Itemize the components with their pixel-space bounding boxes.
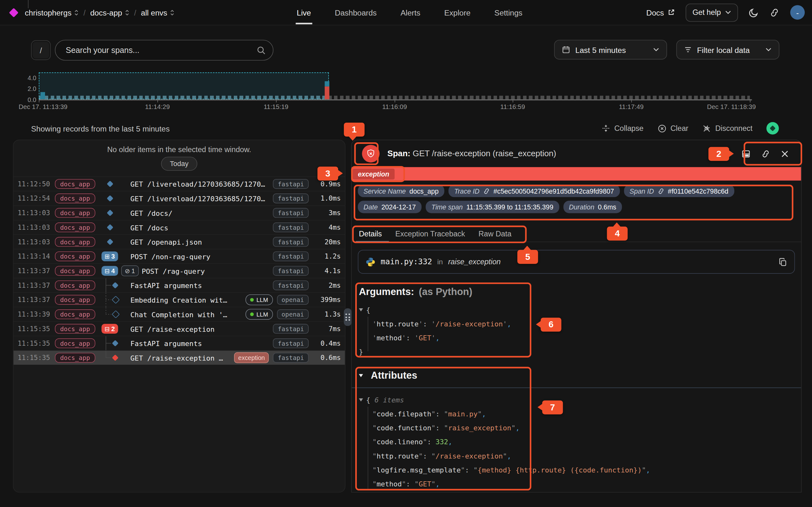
time-range-button[interactable]: Last 5 minutes bbox=[554, 40, 667, 60]
share-link-icon[interactable] bbox=[769, 8, 779, 17]
connection-status-indicator[interactable] bbox=[766, 122, 779, 134]
close-icon[interactable] bbox=[781, 150, 789, 158]
nav-link-settings[interactable]: Settings bbox=[495, 8, 522, 17]
tab-details[interactable]: Details bbox=[359, 230, 382, 238]
docs-link[interactable]: Docs bbox=[647, 8, 675, 17]
row-time: 11:13:14 bbox=[18, 252, 55, 260]
breadcrumb-env[interactable]: all envs bbox=[141, 8, 174, 17]
span-row[interactable]: 11:15:35docs_appFastAPI argumentsfastapi… bbox=[13, 336, 345, 350]
span-row[interactable]: 11:13:37docs_app⊟4⊘1POST /rag-queryfasta… bbox=[13, 263, 345, 278]
meta-chip-trace-id[interactable]: Trace ID #c5ec5005042796e91d5db42ca9fd98… bbox=[449, 185, 620, 197]
meta-chip-time-span: Time span11:15:35.399 to 11:15:35.399 bbox=[426, 201, 559, 213]
service-badge: docs_app bbox=[55, 280, 95, 290]
filter-local-data-button[interactable]: Filter local data bbox=[676, 40, 779, 60]
source-file-line[interactable]: main.py:332 bbox=[380, 257, 432, 266]
search-input[interactable] bbox=[65, 45, 257, 55]
span-kind-diamond-icon bbox=[107, 210, 113, 216]
copy-link-icon[interactable] bbox=[761, 149, 770, 158]
disconnect-button[interactable]: Disconnect bbox=[702, 124, 752, 133]
logfire-logo-icon[interactable] bbox=[9, 8, 18, 17]
x-axis-line bbox=[39, 99, 752, 100]
breadcrumb-project[interactable]: docs-app bbox=[90, 8, 130, 17]
service-badge: docs_app bbox=[55, 208, 95, 218]
span-row[interactable]: 11:12:54docs_appGET /livereload/12703636… bbox=[13, 191, 345, 205]
code-line: "code.function": "raise_exception", bbox=[359, 420, 794, 435]
span-row[interactable]: 11:13:03docs_appGET /docsfastapi4ms bbox=[13, 220, 345, 234]
breadcrumb-env-label: all envs bbox=[141, 8, 167, 17]
service-badge: docs_app bbox=[55, 324, 95, 334]
children-count-badge[interactable]: ⊟2 bbox=[101, 324, 118, 334]
children-count: 2 bbox=[111, 325, 115, 332]
theme-toggle-moon-icon[interactable] bbox=[749, 8, 759, 17]
nav-link-live[interactable]: Live bbox=[297, 8, 311, 17]
panel-resize-handle[interactable] bbox=[344, 308, 351, 326]
row-duration: 399ms bbox=[309, 296, 341, 303]
attributes-divider bbox=[352, 388, 801, 388]
service-badge: docs_app bbox=[55, 309, 95, 319]
clear-button[interactable]: Clear bbox=[658, 124, 688, 133]
framework-tag: fastapi bbox=[273, 237, 309, 247]
row-duration: 0.4ms bbox=[309, 339, 341, 347]
row-icon-zone bbox=[100, 235, 127, 249]
chart-bar-segment bbox=[325, 87, 329, 100]
arguments-code[interactable]: {'http.route': '/raise-exception','metho… bbox=[359, 302, 794, 358]
meta-chip-service-name: Service Namedocs_app bbox=[358, 185, 444, 197]
service-badge: docs_app bbox=[55, 295, 95, 305]
nav-link-alerts[interactable]: Alerts bbox=[401, 8, 420, 17]
user-avatar[interactable]: - bbox=[790, 5, 805, 20]
span-detail-header: Span: GET /raise-exception (raise_except… bbox=[352, 140, 801, 167]
code-line: { bbox=[359, 302, 794, 317]
span-row[interactable]: 11:13:03docs_appGET /openapi.jsonfastapi… bbox=[13, 234, 345, 249]
row-time: 11:13:03 bbox=[18, 223, 55, 231]
span-row[interactable]: 11:13:39docs_appChat Completion with '…L… bbox=[13, 307, 345, 321]
attributes-code[interactable]: { 6 items"code.filepath": "main.py","cod… bbox=[359, 393, 794, 491]
span-row[interactable]: 11:13:37docs_appFastAPI argumentsfastapi… bbox=[13, 278, 345, 292]
llm-badge: LLM bbox=[246, 309, 273, 320]
row-duration: 1.0ms bbox=[309, 194, 341, 202]
get-help-button[interactable]: Get help bbox=[686, 3, 738, 21]
link-icon bbox=[658, 187, 664, 194]
collapse-caret-icon[interactable] bbox=[359, 308, 363, 311]
span-row[interactable]: 11:13:03docs_appGET /docs/fastapi3ms bbox=[13, 205, 345, 220]
tab-exception-traceback[interactable]: Exception Traceback bbox=[395, 230, 465, 238]
span-row[interactable]: 11:12:50docs_appGET /livereload/12703636… bbox=[13, 176, 345, 191]
chart-bar-segment bbox=[40, 92, 45, 99]
external-link-icon bbox=[668, 9, 675, 16]
row-icon-zone bbox=[100, 351, 127, 365]
x-axis-tickmark bbox=[157, 99, 158, 102]
span-row[interactable]: 11:13:14docs_app⊞3POST /non-rag-queryfas… bbox=[13, 249, 345, 263]
collapse-button[interactable]: Collapse bbox=[602, 124, 643, 132]
llm-label: LLM bbox=[257, 311, 268, 318]
search-bar[interactable] bbox=[55, 40, 273, 60]
spans-timeline-chart[interactable]: 4.0 2.0 0.0 Dec 17. 11:13:39 11:14:29 11… bbox=[0, 70, 812, 111]
collapse-caret-icon[interactable] bbox=[359, 398, 363, 401]
children-count-badge[interactable]: ⊟4 bbox=[101, 266, 118, 276]
children-count-badge[interactable]: ⊞3 bbox=[101, 251, 118, 261]
tab-raw-data[interactable]: Raw Data bbox=[478, 230, 511, 238]
span-duration-bar-exception[interactable]: exception bbox=[352, 167, 801, 180]
meta-chip-span-id[interactable]: Span ID #f0110e542c798c6d bbox=[624, 185, 734, 197]
tree-connector-line bbox=[106, 336, 113, 350]
framework-tag: fastapi bbox=[273, 222, 309, 232]
span-row[interactable]: 11:13:37docs_appEmbedding Creation wit…L… bbox=[13, 292, 345, 307]
copy-icon[interactable] bbox=[778, 257, 787, 266]
span-row[interactable]: 11:15:35docs_app⊟2GET /raise-exceptionfa… bbox=[13, 321, 345, 336]
row-duration: 2ms bbox=[309, 281, 341, 289]
slash-shortcut-key: / bbox=[31, 40, 51, 60]
code-line: 'method': 'GET', bbox=[359, 331, 794, 344]
row-time: 11:13:37 bbox=[18, 296, 55, 303]
dock-panel-icon[interactable] bbox=[742, 149, 751, 158]
row-duration: 4ms bbox=[309, 223, 341, 231]
framework-tag: fastapi bbox=[273, 266, 309, 276]
breadcrumb-org[interactable]: christophergs bbox=[25, 8, 79, 17]
span-name: POST /rag-query bbox=[142, 267, 269, 275]
today-button[interactable]: Today bbox=[161, 157, 197, 171]
row-time: 11:15:35 bbox=[18, 354, 55, 361]
span-row[interactable]: 11:15:35docs_appGET /raise-exception …ex… bbox=[13, 350, 345, 365]
nav-link-dashboards[interactable]: Dashboards bbox=[335, 8, 377, 17]
nav-link-explore[interactable]: Explore bbox=[444, 8, 470, 17]
collapse-caret-icon[interactable] bbox=[359, 374, 363, 377]
span-kind-diamond-icon bbox=[112, 354, 119, 361]
source-location-box[interactable]: main.py:332 in raise_exception bbox=[358, 250, 795, 274]
row-icon-zone bbox=[100, 307, 127, 321]
